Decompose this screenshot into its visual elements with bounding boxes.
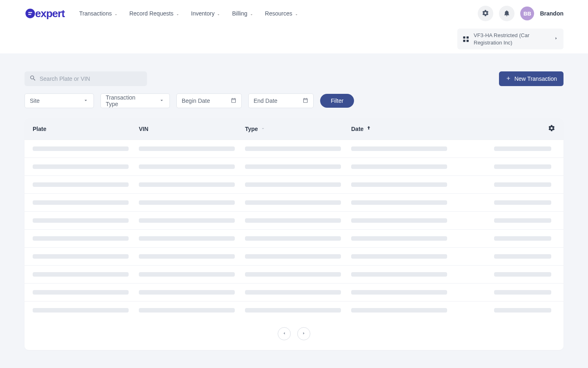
skeleton: [33, 254, 129, 259]
grid-icon: [462, 35, 470, 43]
col-header-vin[interactable]: VIN: [139, 126, 245, 132]
skeleton: [245, 290, 341, 295]
table-row: [24, 247, 564, 265]
context-label: VF3-HA Restricted (Car Registration Inc): [474, 32, 550, 46]
skeleton: [245, 272, 341, 277]
begin-date-input[interactable]: Begin Date: [176, 93, 242, 108]
skeleton: [351, 218, 447, 223]
logo-mark-icon: [24, 8, 36, 19]
svg-rect-3: [463, 40, 465, 42]
search-input[interactable]: [40, 75, 142, 82]
main-nav: Transactions Record Requests Inventory B…: [79, 10, 298, 17]
chevron-left-icon: [282, 330, 287, 337]
table-row: [24, 157, 564, 175]
skeleton: [33, 200, 129, 205]
skeleton: [351, 290, 447, 295]
skeleton: [494, 182, 551, 187]
nav-resources[interactable]: Resources: [265, 10, 298, 17]
col-header-date[interactable]: Date: [351, 125, 457, 132]
skeleton: [351, 254, 447, 259]
skeleton: [33, 290, 129, 295]
chevron-down-icon: [294, 11, 298, 16]
notifications-button[interactable]: [499, 6, 514, 21]
skeleton: [351, 146, 447, 151]
chevron-down-icon: [216, 11, 220, 16]
nav-record-requests[interactable]: Record Requests: [129, 10, 180, 17]
skeleton: [245, 308, 341, 313]
chevron-down-icon: [159, 98, 165, 104]
settings-button[interactable]: [478, 6, 493, 21]
filter-button[interactable]: Filter: [320, 94, 354, 108]
skeleton: [139, 146, 235, 151]
table-body: [24, 140, 564, 319]
skeleton: [351, 236, 447, 241]
table-row: [24, 140, 564, 157]
nav-inventory[interactable]: Inventory: [191, 10, 221, 17]
controls-top: New Transaction: [24, 71, 564, 86]
bell-icon: [503, 9, 510, 18]
col-header-plate[interactable]: Plate: [33, 126, 139, 132]
table-row: [24, 211, 564, 229]
chevron-down-icon: [114, 11, 118, 16]
nav-billing[interactable]: Billing: [232, 10, 253, 17]
skeleton: [494, 308, 551, 313]
search-box[interactable]: [24, 71, 147, 86]
end-date-input[interactable]: End Date: [248, 93, 314, 108]
skeleton: [139, 272, 235, 277]
topbar-right: BB Brandon: [478, 6, 564, 21]
context-switcher[interactable]: VF3-HA Restricted (Car Registration Inc): [457, 29, 564, 49]
chevron-down-icon: [83, 98, 89, 104]
skeleton: [494, 146, 551, 151]
brand-logo: expert: [24, 7, 65, 20]
skeleton: [139, 200, 235, 205]
skeleton: [245, 200, 341, 205]
page-body: New Transaction Site Transaction Type Be…: [0, 53, 588, 368]
plus-icon: [506, 75, 511, 82]
skeleton: [245, 146, 341, 151]
gear-icon: [548, 126, 555, 133]
transaction-type-select[interactable]: Transaction Type: [100, 93, 170, 108]
new-transaction-button[interactable]: New Transaction: [499, 71, 564, 86]
svg-rect-2: [467, 36, 469, 38]
skeleton: [33, 182, 129, 187]
transactions-table: Plate VIN Type Date: [24, 118, 564, 350]
skeleton: [245, 236, 341, 241]
skeleton: [351, 308, 447, 313]
svg-point-0: [25, 9, 35, 18]
svg-rect-4: [467, 40, 469, 42]
skeleton: [245, 218, 341, 223]
sort-icon: [261, 126, 265, 132]
skeleton: [139, 164, 235, 169]
page-prev-button[interactable]: [278, 327, 291, 340]
table-row: [24, 283, 564, 301]
table-header: Plate VIN Type Date: [24, 118, 564, 140]
topbar: expert Transactions Record Requests Inve…: [0, 0, 588, 27]
site-select[interactable]: Site: [24, 93, 94, 108]
skeleton: [33, 272, 129, 277]
col-header-type[interactable]: Type: [245, 126, 351, 132]
skeleton: [494, 236, 551, 241]
chevron-down-icon: [176, 11, 180, 16]
skeleton: [139, 290, 235, 295]
table-settings-button[interactable]: [548, 124, 555, 133]
table-row: [24, 229, 564, 247]
nav-transactions[interactable]: Transactions: [79, 10, 118, 17]
table-row: [24, 193, 564, 211]
chevron-right-icon: [554, 35, 559, 43]
page-next-button[interactable]: [297, 327, 310, 340]
skeleton: [245, 182, 341, 187]
skeleton: [351, 164, 447, 169]
pagination: [24, 319, 564, 350]
skeleton: [33, 146, 129, 151]
chevron-right-icon: [301, 330, 306, 337]
table-row: [24, 301, 564, 319]
skeleton: [33, 236, 129, 241]
skeleton: [494, 254, 551, 259]
skeleton: [139, 218, 235, 223]
skeleton: [139, 182, 235, 187]
skeleton: [139, 308, 235, 313]
table-row: [24, 175, 564, 193]
filter-bar: Site Transaction Type Begin Date End Dat…: [24, 93, 564, 108]
context-row: VF3-HA Restricted (Car Registration Inc): [0, 27, 588, 53]
user-avatar[interactable]: BB: [520, 7, 534, 20]
